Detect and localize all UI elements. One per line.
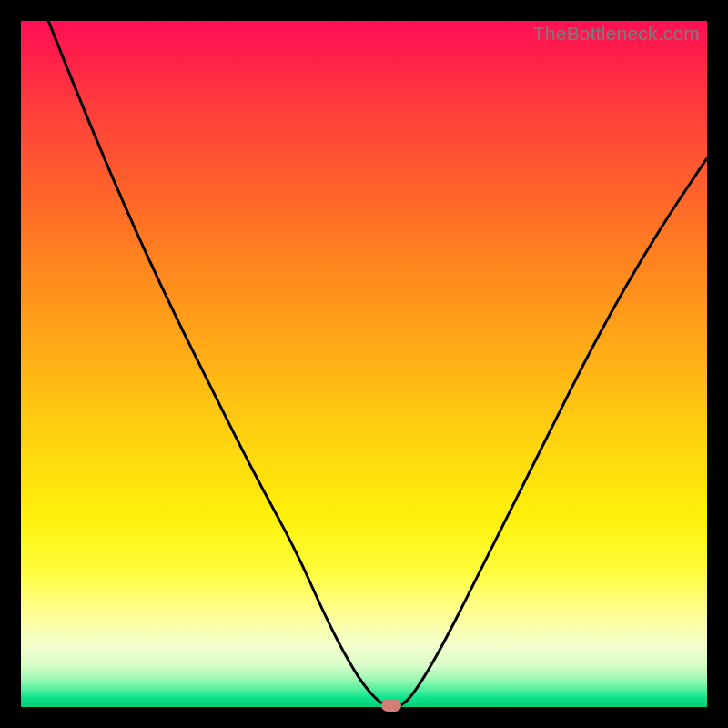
minimum-marker (381, 699, 401, 712)
plot-area: TheBottleneck.com (21, 21, 707, 707)
chart-frame: TheBottleneck.com (0, 0, 728, 728)
bottleneck-curve (21, 21, 707, 707)
